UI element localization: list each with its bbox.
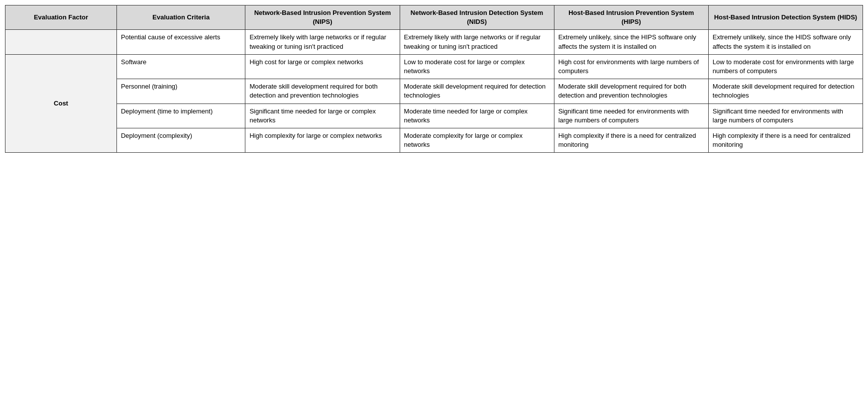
table-row: Potential cause of excessive alertsExtre… <box>5 30 863 54</box>
header-nids: Network-Based Intrusion Detection System… <box>400 5 554 30</box>
factor-cell <box>5 30 117 54</box>
header-hips: Host-Based Intrusion Prevention System (… <box>554 5 708 30</box>
hips-cell: Extremely unlikely, since the HIPS softw… <box>554 30 708 54</box>
nips-cell: Extremely likely with large networks or … <box>245 30 400 54</box>
table-row: CostSoftwareHigh cost for large or compl… <box>5 54 863 79</box>
nips-cell: High cost for large or complex networks <box>245 54 400 79</box>
nids-cell: Extremely likely with large networks or … <box>400 30 554 54</box>
criteria-cell: Potential cause of excessive alerts <box>116 30 245 54</box>
hips-cell: Significant time needed for environments… <box>554 103 708 128</box>
hids-cell: High complexity if there is a need for c… <box>708 128 863 152</box>
hips-cell: High complexity if there is a need for c… <box>554 128 708 152</box>
header-evaluation-factor: Evaluation Factor <box>5 5 117 30</box>
criteria-cell: Software <box>116 54 245 79</box>
header-nips: Network-Based Intrusion Prevention Syste… <box>245 5 400 30</box>
criteria-cell: Deployment (time to implement) <box>116 103 245 128</box>
header-evaluation-criteria: Evaluation Criteria <box>116 5 245 30</box>
nips-cell: High complexity for large or complex net… <box>245 128 400 152</box>
nips-cell: Significant time needed for large or com… <box>245 103 400 128</box>
factor-cell: Cost <box>5 54 117 153</box>
header-hids: Host-Based Intrusion Detection System (H… <box>708 5 863 30</box>
comparison-table: Evaluation Factor Evaluation Criteria Ne… <box>5 5 863 153</box>
nids-cell: Moderate skill development required for … <box>400 79 554 103</box>
hips-cell: High cost for environments with large nu… <box>554 54 708 79</box>
table-row: Deployment (complexity)High complexity f… <box>5 128 863 152</box>
nids-cell: Moderate time needed for large or comple… <box>400 103 554 128</box>
criteria-cell: Deployment (complexity) <box>116 128 245 152</box>
hids-cell: Low to moderate cost for environments wi… <box>708 54 863 79</box>
criteria-cell: Personnel (training) <box>116 79 245 103</box>
nids-cell: Low to moderate cost for large or comple… <box>400 54 554 79</box>
table-row: Personnel (training)Moderate skill devel… <box>5 79 863 103</box>
hids-cell: Moderate skill development required for … <box>708 79 863 103</box>
nids-cell: Moderate complexity for large or complex… <box>400 128 554 152</box>
hids-cell: Significant time needed for environments… <box>708 103 863 128</box>
hips-cell: Moderate skill development required for … <box>554 79 708 103</box>
nips-cell: Moderate skill development required for … <box>245 79 400 103</box>
table-row: Deployment (time to implement)Significan… <box>5 103 863 128</box>
hids-cell: Extremely unlikely, since the HIDS softw… <box>708 30 863 54</box>
